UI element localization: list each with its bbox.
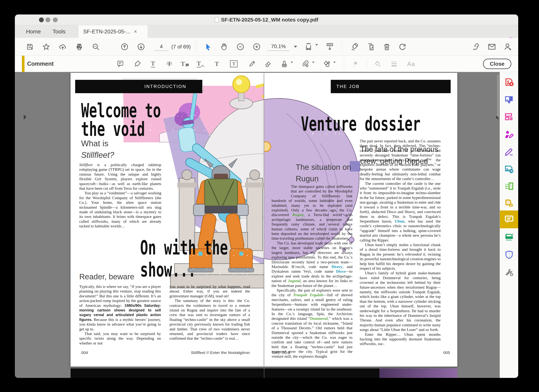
section-heading: What isStillfleet? (81, 138, 114, 161)
fit-dropdown-chevron-icon[interactable] (315, 44, 318, 46)
section-title-line2: show... (140, 260, 196, 280)
text-style-icon[interactable]: Aa (407, 60, 415, 68)
document-area[interactable]: INTRODUCTION Welcome to the void What is… (15, 72, 518, 378)
print-icon[interactable] (75, 43, 83, 51)
tab-close-icon[interactable]: × (134, 28, 137, 35)
search-icon[interactable] (92, 43, 100, 51)
stamp-icon[interactable] (280, 60, 288, 68)
scrolling-mode-icon[interactable] (326, 43, 334, 51)
eraser-icon[interactable] (264, 60, 272, 68)
text-column: Typically, this is where we say, “if you… (79, 284, 161, 346)
window-minimize-button[interactable] (45, 17, 50, 22)
body-paragraph: Enter the Ripper… Ubun spent months hack… (360, 332, 441, 346)
comment-toolbar: Comment T T T T T T Aa Close (15, 56, 518, 72)
title-bar: SF-ETN-2025-05-12_WM notes copy.pdf (15, 15, 518, 25)
tool-more-tools-icon[interactable] (503, 266, 515, 278)
page-gutter (264, 73, 264, 367)
attach-file-icon[interactable] (301, 60, 310, 68)
tool-comment-icon[interactable] (503, 213, 515, 225)
redo-icon[interactable] (398, 43, 406, 51)
next-page-icon[interactable] (137, 43, 145, 51)
page-title-line1: Welcome to (81, 101, 161, 121)
replace-text-icon[interactable]: T (181, 61, 189, 67)
strikethrough-text-icon[interactable]: T (167, 61, 172, 67)
zoom-in-icon[interactable] (253, 43, 261, 51)
tab-home[interactable]: Home (26, 25, 41, 38)
document-icon (215, 17, 219, 22)
screen: SF-ETN-2025-05-12_WM notes copy.pdf Home… (0, 0, 539, 392)
comment-separator (367, 59, 367, 69)
left-panel-expand-icon[interactable] (23, 114, 27, 120)
zoom-dropdown-chevron-icon[interactable] (294, 46, 297, 48)
tool-export-pdf-icon[interactable] (503, 94, 515, 105)
highlighter-icon[interactable] (133, 60, 141, 68)
art-wrap-spacer (272, 184, 291, 194)
shared-link-icon[interactable] (472, 43, 480, 51)
body-paragraph: Ubun hasn’t simply stolen a functional c… (360, 242, 441, 271)
shapes-dropdown-chevron-icon[interactable] (333, 62, 336, 63)
share-upload-cloud-icon[interactable] (59, 43, 67, 51)
tools-panel (500, 72, 518, 378)
tool-fill-sign-icon[interactable] (503, 128, 515, 140)
delete-trash-icon[interactable] (383, 43, 391, 51)
zoom-level-value[interactable]: 70.1% (267, 43, 289, 51)
body-paragraph: The summary of the story is this: the Co… (169, 298, 250, 341)
comment-accent-bar (22, 56, 24, 72)
body-paragraph: you want to be surprised by what happens… (169, 284, 250, 298)
tool-scan-ocr-icon[interactable] (503, 231, 515, 243)
body-paragraph: Typically, this is where we say, “if you… (79, 284, 161, 331)
sticky-note-icon[interactable] (116, 60, 124, 68)
hand-tool-icon[interactable] (220, 43, 228, 51)
window-title: SF-ETN-2025-05-12_WM notes copy.pdf (215, 17, 318, 23)
section-heading: The situation onRuguṇ (296, 161, 351, 184)
text-box-icon[interactable]: T (230, 60, 238, 67)
tab-tools[interactable]: Tools (53, 25, 66, 38)
tool-share-icon[interactable] (503, 163, 515, 175)
comment-toolbar-title: Comment (27, 56, 54, 72)
window-zoom-button[interactable] (53, 17, 58, 22)
star-icon[interactable] (42, 43, 50, 51)
intro-text-column: Stillfleet is a politically charged tabl… (79, 163, 161, 229)
tool-create-pdf-icon[interactable] (503, 76, 515, 88)
add-text-icon[interactable]: T (215, 61, 219, 67)
select-cursor-icon[interactable] (204, 43, 212, 50)
body-paragraph: You play as a “voidminer”—a salvager wor… (79, 191, 161, 228)
comment-separator (344, 59, 344, 69)
text-column: The pair never reported back, and the Co… (360, 139, 441, 346)
vertical-scrollbar[interactable] (497, 74, 499, 117)
close-comment-button[interactable]: Close (483, 59, 511, 69)
chapter-kicker: THE JOB (331, 80, 451, 93)
tool-protect-icon[interactable] (503, 249, 515, 261)
fit-width-icon[interactable] (304, 43, 313, 51)
page-number-input[interactable] (154, 43, 168, 51)
page-number: 005 (376, 350, 450, 355)
window-close-button[interactable] (39, 17, 44, 22)
section-title-line1: On with the (140, 238, 228, 258)
fill-color-icon[interactable] (373, 60, 381, 68)
insert-text-caret-icon[interactable]: T (197, 60, 204, 68)
page-number: 004 (81, 350, 88, 355)
email-icon[interactable] (488, 43, 496, 51)
pin-icon[interactable] (351, 60, 359, 68)
tool-prepare-form-icon[interactable] (503, 180, 515, 192)
tool-edit-pdf-icon[interactable] (503, 111, 515, 123)
drawing-shapes-icon[interactable] (322, 60, 331, 68)
tab-document[interactable]: SF-ETN-2025-05-... × (78, 25, 148, 38)
save-icon[interactable] (26, 43, 34, 50)
draw-pencil-icon[interactable] (248, 60, 256, 68)
tool-combine-review-icon[interactable] (503, 198, 515, 209)
body-paragraph: The Co. has developed trade deals with o… (272, 241, 352, 288)
next-page-preview-right (264, 368, 457, 378)
tool-sign-icon[interactable] (503, 146, 515, 158)
previous-page-icon[interactable] (120, 43, 129, 51)
add-user-icon[interactable] (504, 43, 512, 51)
zoom-out-icon[interactable] (236, 43, 245, 51)
line-weight-icon[interactable] (390, 60, 398, 68)
text-column: The timespace gates called stiffworks th… (272, 184, 352, 359)
attach-dropdown-chevron-icon[interactable] (312, 62, 314, 63)
next-page-preview-left (71, 368, 264, 378)
edit-pdf-page-icon[interactable] (366, 43, 375, 51)
stamp-dropdown-chevron-icon[interactable] (291, 62, 293, 63)
underline-text-icon[interactable]: T (151, 60, 155, 68)
sign-pen-icon[interactable] (350, 43, 358, 51)
